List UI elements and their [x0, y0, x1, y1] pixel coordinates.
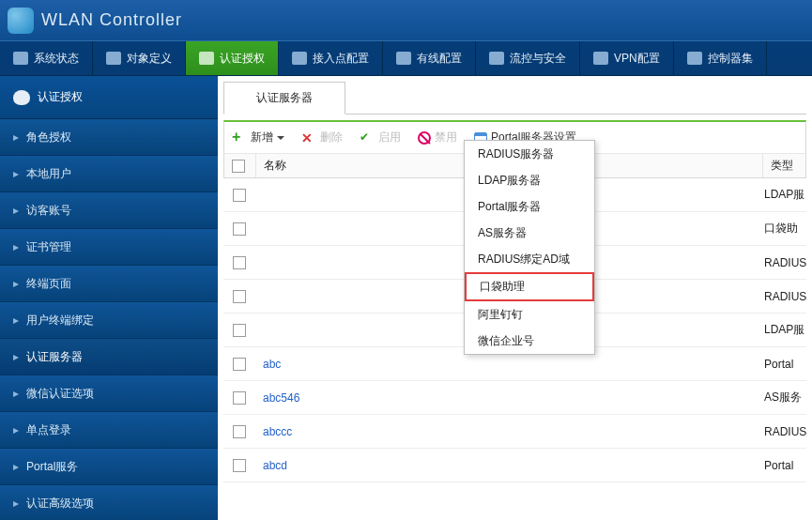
nav-label: 流控与安全 [510, 51, 566, 67]
row-checkbox[interactable] [223, 189, 255, 202]
app-header: WLAN Controller [0, 0, 812, 40]
sidebar-item-label: 认证高级选项 [26, 496, 94, 512]
nav-icon [13, 52, 28, 65]
sidebar-item[interactable]: ▸认证服务器 [0, 339, 218, 375]
sidebar-item[interactable]: ▸本地用户 [0, 156, 218, 192]
enable-button[interactable]: ✔ 启用 [360, 130, 401, 145]
sidebar-item-label: 访客账号 [26, 203, 71, 219]
checkbox-icon [232, 160, 245, 173]
chevron-right-icon: ▸ [13, 204, 19, 217]
delete-icon: ✕ [301, 130, 316, 145]
row-type: Portal [764, 358, 806, 371]
sidebar-item[interactable]: ▸Portal服务 [0, 449, 218, 485]
nav-label: 有线配置 [417, 51, 462, 67]
topnav-item[interactable]: 对象定义 [93, 41, 186, 75]
topnav-item[interactable]: 接入点配置 [279, 41, 383, 75]
product-name: WLAN Controller [41, 10, 182, 30]
disable-label: 禁用 [435, 130, 457, 145]
add-button[interactable]: + 新增 [232, 130, 284, 145]
sidebar-item-label: 本地用户 [26, 166, 71, 182]
topnav-item[interactable]: 系统状态 [0, 41, 93, 75]
chevron-right-icon: ▸ [13, 460, 19, 473]
sidebar-item-label: 角色授权 [26, 130, 71, 145]
topnav-item[interactable]: 流控与安全 [476, 41, 580, 75]
sidebar: 认证授权 ▸角色授权▸本地用户▸访客账号▸证书管理▸终端页面▸用户终端绑定▸认证… [0, 76, 218, 520]
row-name[interactable]: abc [255, 358, 764, 371]
row-checkbox[interactable] [223, 256, 255, 269]
ban-icon [418, 131, 431, 145]
dropdown-item[interactable]: 微信企业号 [465, 328, 594, 354]
sidebar-item[interactable]: ▸用户终端绑定 [0, 302, 218, 339]
checkbox-icon [233, 459, 246, 472]
add-label: 新增 [251, 130, 273, 145]
checkbox-icon [233, 358, 246, 371]
delete-button[interactable]: ✕ 删除 [301, 130, 343, 145]
disable-button[interactable]: 禁用 [418, 130, 457, 145]
row-checkbox[interactable] [223, 222, 255, 236]
chevron-right-icon: ▸ [13, 423, 19, 436]
row-type: RADIUS [764, 256, 806, 269]
table-row[interactable]: abcccRADIUS [223, 415, 806, 449]
header-type[interactable]: 类型 [763, 154, 805, 177]
sidebar-item[interactable]: ▸单点登录 [0, 412, 218, 449]
checkbox-icon [233, 290, 246, 303]
chevron-right-icon: ▸ [13, 497, 19, 510]
sidebar-item[interactable]: ▸证书管理 [0, 229, 218, 266]
table-row[interactable]: abcdPortal [223, 449, 806, 482]
sidebar-item[interactable]: ▸微信认证选项 [0, 375, 218, 412]
checkbox-icon [233, 256, 246, 269]
dropdown-item[interactable]: AS服务器 [465, 220, 594, 246]
topnav-item[interactable]: 有线配置 [383, 41, 476, 75]
nav-icon [687, 52, 702, 65]
checkbox-icon [233, 324, 246, 337]
chevron-right-icon: ▸ [13, 277, 19, 290]
row-checkbox[interactable] [223, 358, 255, 371]
delete-label: 删除 [320, 130, 343, 145]
row-type: RADIUS [764, 425, 806, 438]
nav-label: 控制器集 [708, 51, 753, 67]
tab-auth-server[interactable]: 认证服务器 [223, 82, 345, 115]
row-name[interactable]: abc546 [255, 391, 764, 405]
nav-label: 认证授权 [220, 51, 265, 67]
sidebar-item[interactable]: ▸终端页面 [0, 266, 218, 302]
add-dropdown-menu: RADIUS服务器LDAP服务器Portal服务器AS服务器RADIUS绑定AD… [464, 140, 595, 355]
row-type: 口袋助 [764, 221, 806, 237]
dropdown-item[interactable]: RADIUS绑定AD域 [465, 246, 594, 272]
row-checkbox[interactable] [223, 324, 255, 337]
row-type: LDAP服 [764, 187, 806, 203]
logo-icon [8, 8, 34, 34]
row-name[interactable]: abcd [255, 459, 764, 472]
topnav-item[interactable]: VPN配置 [580, 41, 674, 75]
sidebar-item-label: 认证服务器 [26, 349, 83, 365]
row-type: AS服务 [764, 390, 806, 405]
dropdown-item[interactable]: 口袋助理 [465, 272, 594, 301]
topnav-item[interactable]: 控制器集 [674, 41, 767, 75]
sidebar-item-label: 用户终端绑定 [26, 313, 94, 329]
nav-icon [489, 52, 504, 65]
sidebar-item[interactable]: ▸认证高级选项 [0, 485, 218, 520]
dropdown-item[interactable]: LDAP服务器 [465, 167, 594, 193]
row-name[interactable]: abccc [255, 425, 764, 438]
row-checkbox[interactable] [223, 425, 255, 438]
checkbox-icon [233, 189, 246, 202]
dropdown-item[interactable]: 阿里钉钉 [465, 301, 594, 328]
content-area: 认证服务器 + 新增 ✕ 删除 ✔ 启用 禁用 Portal服务器设置 [218, 76, 812, 520]
dropdown-item[interactable]: RADIUS服务器 [465, 141, 594, 167]
row-checkbox[interactable] [223, 391, 255, 405]
sidebar-item-label: 终端页面 [26, 276, 71, 292]
row-checkbox[interactable] [223, 290, 255, 303]
nav-label: 系统状态 [34, 51, 79, 67]
table-row[interactable]: abc546AS服务 [223, 381, 806, 415]
header-checkbox-col[interactable] [224, 154, 256, 177]
sidebar-item[interactable]: ▸角色授权 [0, 119, 218, 156]
nav-icon [292, 52, 307, 65]
top-nav: 系统状态对象定义认证授权接入点配置有线配置流控与安全VPN配置控制器集 [0, 40, 812, 76]
sidebar-item-label: 单点登录 [26, 422, 71, 438]
sidebar-item[interactable]: ▸访客账号 [0, 192, 218, 229]
chevron-right-icon: ▸ [13, 130, 19, 144]
row-checkbox[interactable] [223, 459, 255, 472]
dropdown-item[interactable]: Portal服务器 [465, 193, 594, 220]
nav-icon [396, 52, 411, 65]
checkbox-icon [233, 222, 246, 236]
topnav-item[interactable]: 认证授权 [186, 41, 279, 75]
